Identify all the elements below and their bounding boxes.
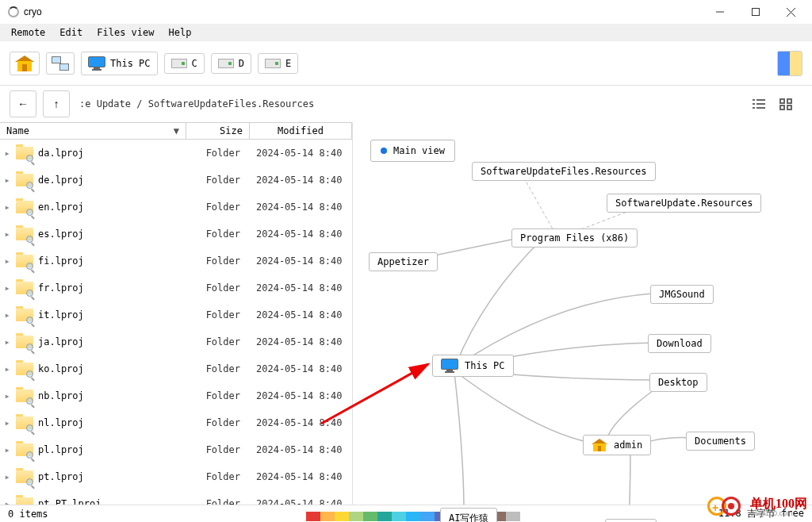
table-row[interactable]: ▸ da.lproj Folder 2024-05-14 8:40 — [0, 140, 352, 167]
expand-icon[interactable]: ▸ — [0, 202, 14, 213]
drive-label: E — [285, 58, 291, 69]
maximize-button[interactable] — [737, 1, 773, 24]
table-row[interactable]: ▸ pl.lproj Folder 2024-05-14 8:40 — [0, 436, 352, 463]
node-download[interactable]: Download — [648, 334, 711, 353]
grid-view-button[interactable] — [774, 93, 798, 115]
list-view-button[interactable] — [747, 93, 771, 115]
expand-icon[interactable]: ▸ — [0, 390, 14, 401]
node-movies[interactable]: Movies — [605, 519, 657, 522]
file-name: it.lproj — [35, 309, 186, 320]
file-size: Folder — [186, 255, 250, 267]
node-documents[interactable]: Documents — [686, 432, 755, 451]
expand-icon[interactable]: ▸ — [0, 336, 14, 347]
expand-icon[interactable]: ▸ — [0, 148, 14, 159]
expand-icon[interactable]: ▸ — [0, 282, 14, 294]
view-toggle-button[interactable] — [777, 51, 802, 76]
palette-swatch[interactable] — [292, 512, 306, 521]
menu-remote[interactable]: Remote — [5, 25, 52, 40]
minimize-button[interactable] — [702, 1, 737, 24]
table-row[interactable]: ▸ es.lproj Folder 2024-05-14 8:40 — [0, 221, 352, 248]
folder-icon — [14, 387, 35, 405]
titlebar: cryo — [0, 0, 812, 24]
house-icon — [592, 439, 607, 451]
palette-swatch[interactable] — [335, 512, 349, 521]
expand-icon[interactable]: ▸ — [0, 255, 14, 267]
table-row[interactable]: ▸ ja.lproj Folder 2024-05-14 8:40 — [0, 328, 352, 355]
expand-icon[interactable]: ▸ — [0, 228, 14, 240]
file-name: fi.lproj — [35, 255, 186, 267]
table-row[interactable]: ▸ nb.lproj Folder 2024-05-14 8:40 — [0, 382, 352, 409]
drive-c-button[interactable]: C — [164, 53, 205, 74]
graph-pane[interactable]: Main view SoftwareUpdateFiles.Resources … — [353, 122, 812, 505]
node-softwareupdate-resources[interactable]: SoftwareUpdate.Resources — [607, 194, 761, 213]
table-row[interactable]: ▸ pt_PT.lproj Folder 2024-05-14 8:40 — [0, 490, 352, 505]
file-size: Folder — [186, 471, 250, 482]
up-button[interactable]: ↑ — [43, 90, 70, 117]
node-admin[interactable]: admin — [583, 435, 651, 455]
drive-e-button[interactable]: E — [258, 53, 298, 74]
expand-icon[interactable]: ▸ — [0, 444, 14, 455]
palette-swatch[interactable] — [320, 512, 335, 521]
expand-icon[interactable]: ▸ — [0, 309, 14, 320]
home-button[interactable] — [10, 52, 40, 75]
expand-icon[interactable]: ▸ — [0, 498, 14, 505]
menubar: Remote Edit Files view Help — [0, 24, 812, 41]
expand-icon[interactable]: ▸ — [0, 471, 14, 482]
expand-icon[interactable]: ▸ — [0, 417, 14, 428]
folder-icon — [14, 279, 35, 297]
palette-swatch[interactable] — [377, 512, 392, 521]
palette-swatch[interactable] — [406, 512, 420, 521]
palette-swatch[interactable] — [306, 512, 320, 521]
table-row[interactable]: ▸ en.lproj Folder 2024-05-14 8:40 — [0, 194, 352, 221]
file-size: Folder — [186, 175, 250, 186]
file-name: en.lproj — [35, 202, 186, 213]
file-modified: 2024-05-14 8:40 — [250, 282, 352, 294]
table-row[interactable]: ▸ fr.lproj Folder 2024-05-14 8:40 — [0, 274, 352, 301]
file-modified: 2024-05-14 8:40 — [250, 444, 352, 455]
svg-rect-13 — [787, 106, 791, 109]
table-row[interactable]: ▸ ko.lproj Folder 2024-05-14 8:40 — [0, 355, 352, 382]
folder-icon — [14, 144, 35, 162]
palette-swatch[interactable] — [420, 512, 435, 521]
node-softwareupdatefiles-resources[interactable]: SoftwareUpdateFiles.Resources — [472, 162, 656, 181]
menu-files-view[interactable]: Files view — [90, 25, 160, 40]
col-size[interactable]: Size — [186, 123, 250, 139]
palette-swatch[interactable] — [506, 512, 520, 521]
file-size: Folder — [186, 309, 250, 320]
col-modified[interactable]: Modified — [250, 123, 352, 139]
node-jmgsound[interactable]: JMGSound — [650, 285, 714, 304]
node-this-pc[interactable]: This PC — [432, 355, 514, 377]
palette-swatch[interactable] — [392, 512, 406, 521]
expand-icon[interactable]: ▸ — [0, 175, 14, 186]
table-row[interactable]: ▸ fi.lproj Folder 2024-05-14 8:40 — [0, 248, 352, 274]
file-size: Folder — [186, 390, 250, 401]
network-icon — [52, 56, 69, 71]
table-row[interactable]: ▸ pt.lproj Folder 2024-05-14 8:40 — [0, 463, 352, 490]
table-row[interactable]: ▸ de.lproj Folder 2024-05-14 8:40 — [0, 167, 352, 194]
folder-icon — [14, 468, 35, 486]
node-ai[interactable]: AI写作猿 — [440, 508, 497, 522]
table-row[interactable]: ▸ nl.lproj Folder 2024-05-14 8:40 — [0, 409, 352, 436]
node-appetizer[interactable]: Appetizer — [369, 252, 438, 271]
folder-icon — [14, 225, 35, 243]
close-button[interactable] — [773, 1, 809, 24]
drive-d-button[interactable]: D — [211, 53, 251, 74]
content: Name▼ Size Modified ▸ da.lproj Folder 20… — [0, 122, 812, 505]
menu-help[interactable]: Help — [163, 25, 198, 40]
palette-swatch[interactable] — [363, 512, 377, 521]
menu-edit[interactable]: Edit — [53, 25, 89, 40]
back-button[interactable]: ← — [10, 90, 36, 117]
network-button[interactable] — [46, 52, 75, 75]
table-row[interactable]: ▸ it.lproj Folder 2024-05-14 8:40 — [0, 301, 352, 328]
palette-swatch[interactable] — [349, 512, 363, 521]
sort-indicator-icon: ▼ — [174, 125, 179, 136]
node-desktop[interactable]: Desktop — [649, 373, 707, 392]
breadcrumb[interactable]: :e Update / SoftwareUpdateFiles.Resource… — [76, 98, 741, 109]
node-program-files-x86[interactable]: Program Files (x86) — [511, 228, 638, 248]
disk-icon — [265, 59, 281, 68]
col-name[interactable]: Name▼ — [0, 123, 186, 139]
file-list[interactable]: ▸ da.lproj Folder 2024-05-14 8:40▸ de.lp… — [0, 140, 352, 505]
file-size: Folder — [186, 336, 250, 347]
expand-icon[interactable]: ▸ — [0, 363, 14, 374]
this-pc-button[interactable]: This PC — [81, 52, 158, 75]
